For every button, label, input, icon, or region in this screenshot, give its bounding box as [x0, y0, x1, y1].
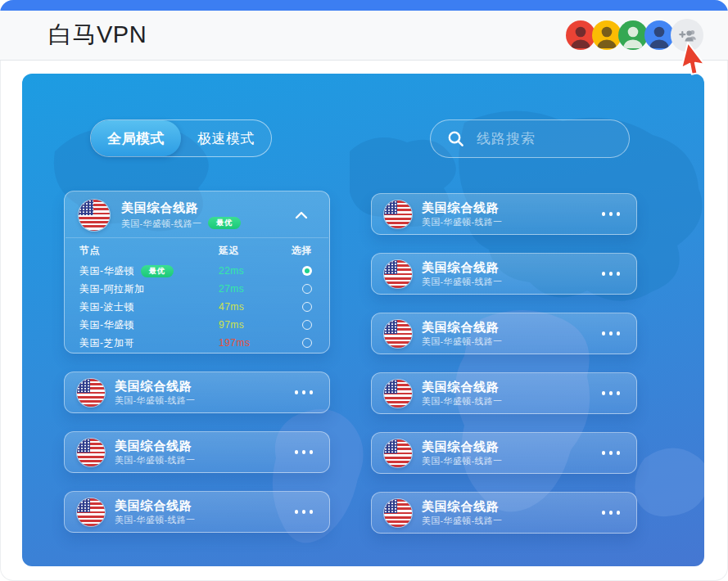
line-card[interactable]: 美国综合线路 美国-华盛顿-线路一: [371, 253, 637, 295]
more-icon: [295, 390, 299, 394]
node-name: 美国-阿拉斯加: [79, 282, 219, 296]
best-badge: 最优: [141, 265, 174, 277]
chevron-up-icon: [295, 211, 308, 219]
line-card-subtitle: 美国-华盛顿-线路一: [422, 396, 502, 406]
avatar[interactable]: [566, 20, 595, 50]
more-options-button[interactable]: [602, 267, 621, 281]
avatar[interactable]: [618, 20, 648, 50]
more-options-button[interactable]: [295, 445, 314, 459]
line-card[interactable]: 美国综合线路 美国-华盛顿-线路一: [64, 372, 330, 413]
node-latency: 197ms: [219, 337, 291, 349]
us-flag-icon: [384, 200, 412, 228]
line-card-title: 美国综合线路: [422, 261, 502, 275]
add-user-button[interactable]: [671, 19, 703, 52]
person-icon: [618, 20, 648, 50]
node-radio[interactable]: [302, 320, 312, 330]
more-options-button[interactable]: [295, 385, 314, 399]
line-card[interactable]: 美国综合线路 美国-华盛顿-线路一: [64, 491, 330, 533]
line-card-subtitle: 美国-华盛顿-线路一: [422, 456, 502, 466]
node-radio[interactable]: [302, 284, 312, 294]
mode-tabs: 全局模式 极速模式: [90, 119, 272, 157]
avatar[interactable]: [644, 20, 674, 50]
more-options-button[interactable]: [602, 446, 621, 460]
us-flag-icon: [77, 379, 105, 407]
app-header: 白马VPN: [0, 11, 728, 61]
node-row: 美国-阿拉斯加 27ms: [79, 280, 312, 298]
person-icon: [592, 20, 622, 50]
node-name: 美国-波士顿: [79, 300, 219, 314]
line-card[interactable]: 美国综合线路 美国-华盛顿-线路一: [371, 432, 637, 474]
line-card-title: 美国综合线路: [422, 381, 502, 394]
node-name: 美国-华盛顿: [79, 264, 134, 278]
node-row: 美国-华盛顿最优 22ms: [79, 262, 312, 280]
node-latency: 27ms: [219, 283, 291, 295]
person-icon: [566, 20, 595, 50]
us-flag-icon: [77, 498, 105, 526]
node-radio[interactable]: [302, 338, 312, 348]
search-input[interactable]: [475, 130, 617, 148]
node-name: 美国-华盛顿: [79, 318, 219, 332]
more-options-button[interactable]: [602, 506, 621, 520]
line-card-subtitle: 美国-华盛顿-线路一: [422, 516, 502, 525]
avatar-group: [566, 19, 703, 52]
line-card-subtitle: 美国-华盛顿-线路一: [115, 515, 195, 525]
main-panel: 全局模式 极速模式 美国综合线路 美国-华盛顿-线路一 最优: [22, 74, 704, 566]
node-row: 美国-波士顿 47ms: [79, 298, 312, 316]
more-icon: [602, 212, 606, 216]
search-box[interactable]: [430, 119, 630, 158]
line-card[interactable]: 美国综合线路 美国-华盛顿-线路一: [371, 193, 637, 235]
node-radio[interactable]: [302, 302, 312, 312]
more-options-button[interactable]: [602, 327, 621, 340]
more-icon: [602, 391, 606, 395]
line-card-title: 美国综合线路: [115, 439, 195, 453]
line-card-subtitle: 美国-华盛顿-线路一: [422, 217, 502, 227]
node-table: 节点 延迟 选择 美国-华盛顿最优 22ms 美国-阿拉斯加 27ms: [66, 237, 328, 352]
node-name: 美国-芝加哥: [79, 336, 219, 350]
window-topbar: [0, 0, 728, 11]
us-flag-icon: [384, 380, 412, 408]
tab-global-mode[interactable]: 全局模式: [91, 120, 181, 156]
more-options-button[interactable]: [295, 505, 314, 519]
tab-speed-mode[interactable]: 极速模式: [181, 120, 271, 156]
node-latency: 47ms: [219, 301, 291, 313]
add-user-icon: [677, 25, 697, 45]
line-list-left-column: 美国综合线路 美国-华盛顿-线路一 最优 节点: [64, 191, 330, 533]
node-radio[interactable]: [302, 266, 312, 276]
line-card[interactable]: 美国综合线路 美国-华盛顿-线路一: [371, 313, 637, 354]
line-card[interactable]: 美国综合线路 美国-华盛顿-线路一: [371, 372, 637, 414]
node-latency: 97ms: [219, 319, 291, 331]
line-card-title: 美国综合线路: [121, 201, 241, 215]
node-row: 美国-华盛顿 97ms: [79, 316, 312, 334]
line-card-title: 美国综合线路: [422, 321, 502, 335]
expanded-card-header[interactable]: 美国综合线路 美国-华盛顿-线路一 最优: [65, 191, 329, 237]
column-header-select: 选择: [291, 244, 312, 258]
node-row: 美国-芝加哥 197ms: [79, 334, 312, 352]
line-card-subtitle: 美国-华盛顿-线路一: [121, 218, 201, 228]
more-options-button[interactable]: [602, 207, 621, 221]
line-card[interactable]: 美国综合线路 美国-华盛顿-线路一: [371, 492, 637, 534]
column-header-node: 节点: [79, 244, 219, 258]
line-card[interactable]: 美国综合线路 美国-华盛顿-线路一: [64, 431, 330, 473]
more-icon: [602, 272, 606, 276]
more-icon: [602, 331, 606, 336]
us-flag-icon: [77, 439, 105, 466]
line-card-title: 美国综合线路: [422, 201, 502, 215]
person-icon: [644, 20, 674, 50]
line-card-expanded: 美国综合线路 美国-华盛顿-线路一 最优 节点: [64, 191, 330, 354]
node-table-header: 节点 延迟 选择: [79, 240, 312, 262]
line-card-subtitle: 美国-华盛顿-线路一: [422, 336, 502, 346]
app-title: 白马VPN: [48, 19, 147, 52]
us-flag-icon: [384, 320, 412, 348]
line-card-subtitle: 美国-华盛顿-线路一: [115, 395, 195, 405]
line-card-title: 美国综合线路: [422, 440, 502, 454]
column-header-latency: 延迟: [219, 244, 291, 258]
line-card-subtitle: 美国-华盛顿-线路一: [422, 277, 502, 286]
more-icon: [602, 451, 606, 455]
avatar[interactable]: [592, 20, 622, 50]
best-badge: 最优: [208, 217, 241, 229]
node-latency: 22ms: [219, 265, 291, 277]
us-flag-icon: [384, 260, 412, 288]
us-flag-icon: [384, 499, 412, 527]
collapse-button[interactable]: [292, 206, 311, 225]
more-options-button[interactable]: [602, 386, 621, 400]
